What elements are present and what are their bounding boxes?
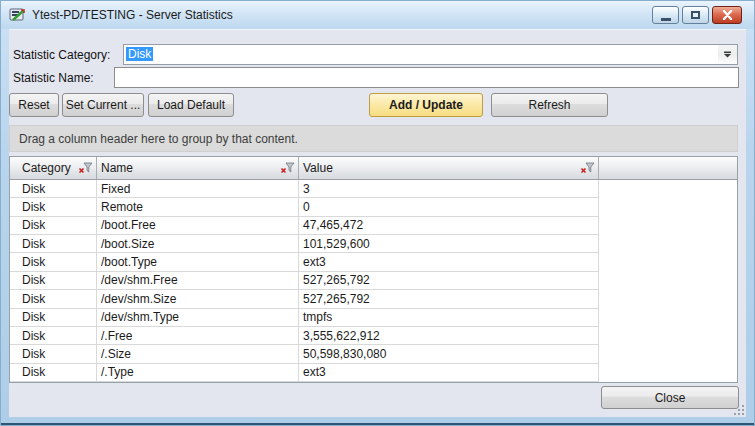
load-default-button[interactable]: Load Default	[148, 93, 234, 117]
cell-category: Disk	[10, 180, 97, 198]
statistics-grid: Category Name Value	[9, 156, 738, 383]
maximize-button[interactable]	[682, 6, 709, 24]
cell-category: Disk	[10, 253, 97, 271]
table-row[interactable]: Disk/dev/shm.Size527,265,792	[10, 290, 737, 308]
filter-icon[interactable]	[78, 162, 93, 174]
grid-header: Category Name Value	[10, 157, 737, 180]
close-button[interactable]: Close	[601, 386, 739, 409]
cell-value: 50,598,830,080	[299, 345, 599, 363]
column-header-category[interactable]: Category	[10, 157, 97, 179]
cell-name: /.Type	[97, 364, 299, 382]
chevron-down-icon	[723, 51, 732, 58]
refresh-button[interactable]: Refresh	[491, 93, 608, 117]
cell-name: /dev/shm.Size	[97, 290, 299, 308]
combo-selection-highlight: Disk	[126, 47, 153, 61]
table-row[interactable]: Disk/.Size50,598,830,080	[10, 345, 737, 363]
column-header-name[interactable]: Name	[97, 157, 299, 179]
cell-value: tmpfs	[299, 309, 599, 327]
cell-name: /dev/shm.Free	[97, 272, 299, 290]
cell-category: Disk	[10, 290, 97, 308]
cell-name: /boot.Type	[97, 253, 299, 271]
cell-value: 101,529,600	[299, 235, 599, 253]
table-row[interactable]: Disk/boot.Free47,465,472	[10, 217, 737, 235]
row-filler	[599, 180, 737, 198]
table-row[interactable]: Disk/dev/shm.Free527,265,792	[10, 272, 737, 290]
cell-name: Fixed	[97, 180, 299, 198]
add-update-button[interactable]: Add / Update	[369, 93, 483, 117]
cell-value: 527,265,792	[299, 290, 599, 308]
window-controls	[652, 6, 742, 24]
row-filler	[599, 272, 737, 290]
row-filler	[599, 309, 737, 327]
maximize-icon	[691, 11, 700, 19]
table-row[interactable]: Disk/boot.Typeext3	[10, 253, 737, 271]
cell-name: /dev/shm.Type	[97, 309, 299, 327]
column-header-label: Category	[22, 161, 71, 175]
combo-selected-text: Disk	[126, 47, 153, 62]
minimize-button[interactable]	[652, 6, 679, 24]
grid-body: DiskFixed3DiskRemote0Disk/boot.Free47,46…	[10, 180, 737, 382]
cell-category: Disk	[10, 198, 97, 216]
title-bar[interactable]: Ytest-PD/TESTING - Server Statistics	[1, 1, 754, 29]
filter-icon[interactable]	[580, 162, 595, 174]
table-row[interactable]: Disk/.Typeext3	[10, 364, 737, 382]
cell-value: 3	[299, 180, 599, 198]
set-current-button[interactable]: Set Current ...	[62, 93, 144, 117]
statistic-category-label: Statistic Category:	[13, 48, 110, 62]
cell-name: /boot.Free	[97, 217, 299, 235]
close-window-button[interactable]	[712, 6, 742, 24]
cell-value: 3,555,622,912	[299, 327, 599, 345]
cell-category: Disk	[10, 235, 97, 253]
statistic-category-combo[interactable]: Disk	[123, 44, 738, 65]
cell-name: /boot.Size	[97, 235, 299, 253]
cell-name: /.Size	[97, 345, 299, 363]
table-row[interactable]: Disk/dev/shm.Typetmpfs	[10, 309, 737, 327]
statistic-name-label: Statistic Name:	[13, 71, 94, 85]
cell-category: Disk	[10, 217, 97, 235]
statistic-name-input[interactable]	[114, 67, 739, 88]
reset-button[interactable]: Reset	[9, 93, 59, 117]
table-row[interactable]: Disk/boot.Size101,529,600	[10, 235, 737, 253]
row-filler	[599, 290, 737, 308]
column-header-value[interactable]: Value	[299, 157, 599, 179]
server-statistics-dialog: Ytest-PD/TESTING - Server Statistics Sta…	[0, 0, 755, 426]
dialog-client-area: Statistic Category: Disk Statistic Name:…	[9, 29, 746, 417]
cell-name: Remote	[97, 198, 299, 216]
minimize-icon	[661, 18, 671, 21]
column-header-filler	[599, 157, 737, 179]
dropdown-button[interactable]	[718, 45, 737, 64]
column-header-label: Name	[101, 161, 133, 175]
row-filler	[599, 217, 737, 235]
table-row[interactable]: DiskFixed3	[10, 180, 737, 198]
row-filler	[599, 253, 737, 271]
cell-value: 47,465,472	[299, 217, 599, 235]
cell-category: Disk	[10, 327, 97, 345]
resize-grip-icon[interactable]	[733, 404, 745, 416]
cell-category: Disk	[10, 345, 97, 363]
row-filler	[599, 235, 737, 253]
column-header-label: Value	[303, 161, 333, 175]
table-row[interactable]: DiskRemote0	[10, 198, 737, 216]
group-by-hint: Drag a column header here to group by th…	[19, 132, 298, 146]
row-filler	[599, 198, 737, 216]
cell-value: ext3	[299, 253, 599, 271]
cell-value: ext3	[299, 364, 599, 382]
close-icon	[722, 10, 733, 20]
cell-category: Disk	[10, 364, 97, 382]
row-filler	[599, 345, 737, 363]
row-filler	[599, 327, 737, 345]
filter-icon[interactable]	[280, 162, 295, 174]
table-row[interactable]: Disk/.Free3,555,622,912	[10, 327, 737, 345]
group-by-panel[interactable]: Drag a column header here to group by th…	[9, 125, 738, 152]
cell-value: 527,265,792	[299, 272, 599, 290]
cell-value: 0	[299, 198, 599, 216]
cell-name: /.Free	[97, 327, 299, 345]
window-title: Ytest-PD/TESTING - Server Statistics	[32, 8, 233, 22]
cell-category: Disk	[10, 272, 97, 290]
row-filler	[599, 364, 737, 382]
cell-category: Disk	[10, 309, 97, 327]
app-icon	[9, 7, 26, 23]
